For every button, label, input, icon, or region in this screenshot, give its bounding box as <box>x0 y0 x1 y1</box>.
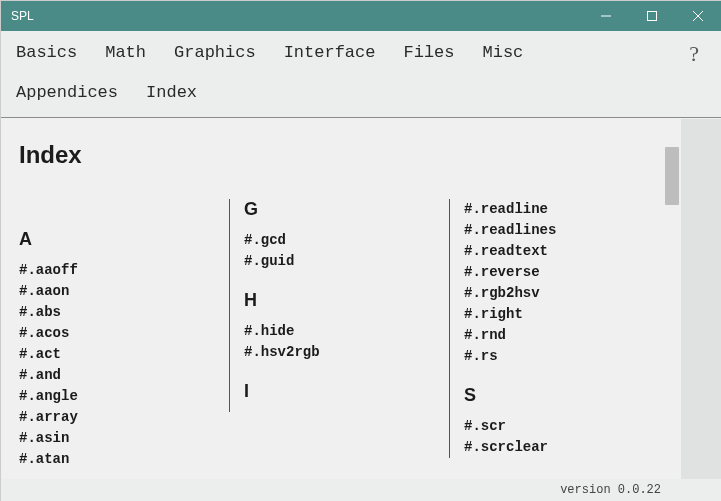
scrollbar-thumb[interactable] <box>665 147 679 205</box>
index-entry[interactable]: #.atan <box>19 449 215 470</box>
index-entry[interactable]: #.gcd <box>244 230 435 251</box>
index-entry[interactable]: #.act <box>19 344 215 365</box>
index-letter: I <box>244 381 435 402</box>
index-column-3: #.readline #.readlines #.readtext #.reve… <box>449 199 645 458</box>
index-entry[interactable]: #.aaoff <box>19 260 215 281</box>
index-entry[interactable]: #.abs <box>19 302 215 323</box>
index-entry[interactable]: #.hide <box>244 321 435 342</box>
menu-misc[interactable]: Misc <box>483 39 524 67</box>
index-columns: A #.aaoff #.aaon #.abs #.acos #.act #.an… <box>19 199 645 470</box>
index-entry[interactable]: #.aaon <box>19 281 215 302</box>
index-entry[interactable]: #.readtext <box>464 241 631 262</box>
index-entry[interactable]: #.array <box>19 407 215 428</box>
menubar: Basics Math Graphics Interface Files Mis… <box>1 31 721 118</box>
index-entry[interactable]: #.scr <box>464 416 631 437</box>
index-entry[interactable]: #.and <box>19 365 215 386</box>
menu-interface[interactable]: Interface <box>284 39 376 67</box>
menu-files[interactable]: Files <box>403 39 454 67</box>
version-label: version 0.0.22 <box>560 483 661 497</box>
index-entry[interactable]: #.guid <box>244 251 435 272</box>
index-letter: H <box>244 290 435 311</box>
maximize-icon <box>647 11 657 21</box>
index-entry[interactable]: #.right <box>464 304 631 325</box>
close-icon <box>693 11 703 21</box>
statusbar: version 0.0.22 <box>1 479 721 501</box>
index-entry[interactable]: #.readline <box>464 199 631 220</box>
index-column-2: G #.gcd #.guid H #.hide #.hsv2rgb I <box>229 199 449 412</box>
index-entry[interactable]: #.rs <box>464 346 631 367</box>
window-controls <box>583 1 721 31</box>
menu-basics[interactable]: Basics <box>16 39 77 67</box>
maximize-button[interactable] <box>629 1 675 31</box>
index-entry[interactable]: #.scrclear <box>464 437 631 458</box>
index-column-1: A #.aaoff #.aaon #.abs #.acos #.act #.an… <box>19 199 229 470</box>
menu-appendices[interactable]: Appendices <box>16 79 118 107</box>
index-letter: S <box>464 385 631 406</box>
menu-index[interactable]: Index <box>146 79 197 107</box>
close-button[interactable] <box>675 1 721 31</box>
index-entry[interactable]: #.angle <box>19 386 215 407</box>
index-entry[interactable]: #.asin <box>19 428 215 449</box>
svg-rect-1 <box>648 12 657 21</box>
titlebar: SPL <box>1 1 721 31</box>
index-entry[interactable]: #.rgb2hsv <box>464 283 631 304</box>
right-gutter <box>681 119 721 479</box>
content-area: Index A #.aaoff #.aaon #.abs #.acos #.ac… <box>1 119 663 479</box>
menu-math[interactable]: Math <box>105 39 146 67</box>
index-entry[interactable]: #.rnd <box>464 325 631 346</box>
menu-graphics[interactable]: Graphics <box>174 39 256 67</box>
page-title: Index <box>19 141 645 169</box>
help-button[interactable]: ? <box>689 41 699 67</box>
window-title: SPL <box>1 9 583 23</box>
index-entry[interactable]: #.reverse <box>464 262 631 283</box>
index-entry[interactable]: #.acos <box>19 323 215 344</box>
index-entry[interactable]: #.readlines <box>464 220 631 241</box>
index-letter: A <box>19 229 215 250</box>
index-entry[interactable]: #.hsv2rgb <box>244 342 435 363</box>
minimize-button[interactable] <box>583 1 629 31</box>
minimize-icon <box>601 11 611 21</box>
index-letter: G <box>244 199 435 220</box>
scrollbar-track[interactable] <box>663 119 681 479</box>
